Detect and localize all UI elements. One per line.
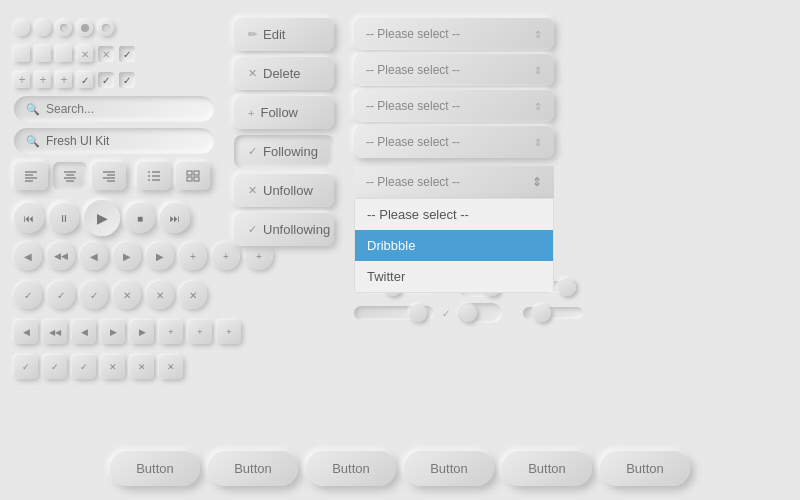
list-view-btn[interactable]: [137, 162, 171, 190]
sq-icon-x-3[interactable]: ✕: [159, 355, 183, 379]
delete-button[interactable]: ✕ Delete: [234, 57, 334, 90]
skip-prev-btn[interactable]: ⏮: [14, 203, 44, 233]
radio-5[interactable]: [98, 20, 114, 36]
radio-4[interactable]: [77, 20, 93, 36]
select-4-value: -- Please select --: [366, 135, 460, 149]
edit-button[interactable]: ✏ Edit: [234, 18, 334, 51]
button-1[interactable]: Button: [110, 451, 200, 486]
checkbox-1[interactable]: [14, 46, 30, 62]
text-input[interactable]: [46, 134, 202, 148]
delete-icon: ✕: [248, 67, 257, 80]
dropdown-item-dribbble[interactable]: Dribbble: [355, 230, 553, 261]
checkbox-plus-2[interactable]: +: [35, 72, 51, 88]
dropdown-item-placeholder[interactable]: -- Please select --: [355, 199, 553, 230]
checkbox-check-1[interactable]: ✓: [77, 72, 93, 88]
radio-row: [14, 18, 224, 38]
sq-icon-next-1[interactable]: ▶: [101, 320, 125, 344]
dropdown-item-twitter[interactable]: Twitter: [355, 261, 553, 292]
icon-prev-2[interactable]: ◀◀: [47, 242, 75, 270]
align-left-btn[interactable]: [14, 162, 48, 190]
button-4[interactable]: Button: [404, 451, 494, 486]
checkbox-3[interactable]: [56, 46, 72, 62]
checkbox-plus-1[interactable]: +: [14, 72, 30, 88]
sq-icon-x-1[interactable]: ✕: [101, 355, 125, 379]
media-row: ⏮ ⏸ ▶ ■ ⏭: [14, 200, 224, 236]
select-1[interactable]: -- Please select -- ⇕: [354, 18, 554, 50]
text-input-container[interactable]: 🔍: [14, 128, 214, 154]
grid-view-btn[interactable]: [176, 162, 210, 190]
unfollowing-icon: ✓: [248, 223, 257, 236]
icon-x-2[interactable]: ✕: [146, 281, 174, 309]
sq-icon-next-2[interactable]: ▶: [130, 320, 154, 344]
select-3[interactable]: -- Please select -- ⇕: [354, 90, 554, 122]
icon-next-2[interactable]: ▶: [146, 242, 174, 270]
checkbox-2[interactable]: [35, 46, 51, 62]
checkbox-4[interactable]: ✕: [77, 46, 93, 62]
align-center-btn[interactable]: [53, 162, 87, 190]
svg-rect-19: [194, 171, 199, 175]
icon-next-1[interactable]: ▶: [113, 242, 141, 270]
skip-next-btn[interactable]: ⏭: [160, 203, 190, 233]
button-5[interactable]: Button: [502, 451, 592, 486]
radio-3[interactable]: [56, 20, 72, 36]
icon-row-sq-check: ✓ ✓ ✓ ✕ ✕ ✕: [14, 355, 224, 379]
toggle-row-2: ✓: [354, 303, 786, 323]
checkbox-plus-3[interactable]: +: [56, 72, 72, 88]
sq-icon-plus-2[interactable]: +: [188, 320, 212, 344]
following-label: Following: [263, 144, 318, 159]
radio-2[interactable]: [35, 20, 51, 36]
radio-1[interactable]: [14, 20, 30, 36]
checkbox-row-2: + + + ✓ ✓ ✓: [14, 70, 224, 90]
sq-icon-check-1[interactable]: ✓: [14, 355, 38, 379]
icon-prev-1[interactable]: ◀: [14, 242, 42, 270]
icon-check-3[interactable]: ✓: [80, 281, 108, 309]
dropdown-list: -- Please select -- Dribbble Twitter: [354, 198, 554, 293]
checkbox-check-2[interactable]: ✓: [98, 72, 114, 88]
column-3: -- Please select -- ⇕ -- Please select -…: [354, 18, 786, 482]
slider-3[interactable]: [354, 306, 434, 320]
button-3[interactable]: Button: [306, 451, 396, 486]
stop-btn[interactable]: ■: [125, 203, 155, 233]
search-input[interactable]: [46, 102, 202, 116]
icon-row-sq-1: ◀ ◀◀ ◀ ▶ ▶ + + +: [14, 320, 224, 344]
align-right-btn[interactable]: [92, 162, 126, 190]
checkbox-5[interactable]: ✕: [98, 46, 114, 62]
dropdown-header[interactable]: -- Please select -- ⇕: [354, 166, 554, 198]
sq-icon-check-2[interactable]: ✓: [43, 355, 67, 379]
sq-icon-plus-1[interactable]: +: [159, 320, 183, 344]
play-btn[interactable]: ▶: [84, 200, 120, 236]
slider-3-check: ✓: [442, 308, 450, 319]
checkbox-6[interactable]: ✓: [119, 46, 135, 62]
select-1-value: -- Please select --: [366, 27, 460, 41]
following-button[interactable]: ✓ Following: [234, 135, 334, 168]
icon-x-3[interactable]: ✕: [179, 281, 207, 309]
edit-label: Edit: [263, 27, 285, 42]
search-input-container[interactable]: 🔍: [14, 96, 214, 122]
icon-plus-1[interactable]: +: [179, 242, 207, 270]
unfollow-button[interactable]: ✕ Unfollow: [234, 174, 334, 207]
toggle-2-knob: [459, 304, 477, 322]
checkbox-check-3[interactable]: ✓: [119, 72, 135, 88]
icon-prev-3[interactable]: ◀: [80, 242, 108, 270]
unfollowing-button[interactable]: ✓ Unfollowing: [234, 213, 334, 246]
button-6[interactable]: Button: [600, 451, 690, 486]
icon-x-1[interactable]: ✕: [113, 281, 141, 309]
sq-icon-x-2[interactable]: ✕: [130, 355, 154, 379]
pause-btn[interactable]: ⏸: [49, 203, 79, 233]
slider-4-thumb: [533, 304, 551, 322]
sq-icon-prev-1[interactable]: ◀: [14, 320, 38, 344]
following-icon: ✓: [248, 145, 257, 158]
icon-check-2[interactable]: ✓: [47, 281, 75, 309]
sq-icon-check-3[interactable]: ✓: [72, 355, 96, 379]
icon-check-1[interactable]: ✓: [14, 281, 42, 309]
sq-icon-prev-2[interactable]: ◀◀: [43, 320, 67, 344]
unfollow-label: Unfollow: [263, 183, 313, 198]
follow-button[interactable]: + Follow: [234, 96, 334, 129]
button-2[interactable]: Button: [208, 451, 298, 486]
select-2[interactable]: -- Please select -- ⇕: [354, 54, 554, 86]
search-icon: 🔍: [26, 103, 40, 116]
sq-icon-prev-3[interactable]: ◀: [72, 320, 96, 344]
toggle-2[interactable]: [458, 303, 502, 323]
select-4[interactable]: -- Please select -- ⇕: [354, 126, 554, 158]
slider-4[interactable]: [523, 307, 583, 319]
